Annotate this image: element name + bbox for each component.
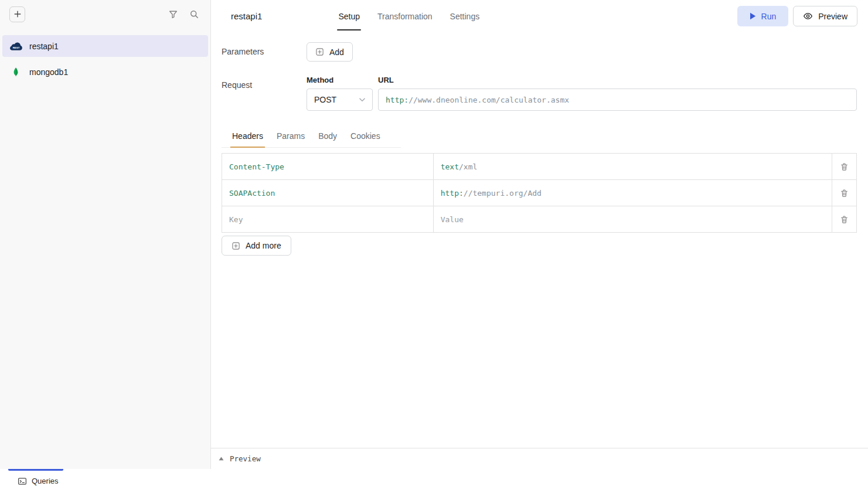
tab-cookies[interactable]: Cookies: [350, 127, 380, 147]
filter-icon: [168, 9, 178, 19]
collapse-up-icon: [219, 457, 224, 461]
query-title: restapi1: [231, 11, 262, 21]
chevron-down-icon: [358, 95, 367, 104]
sidebar-item-restapi1[interactable]: REST restapi1: [2, 35, 208, 57]
header-key-field: [222, 206, 434, 233]
entity-label: mongodb1: [29, 67, 68, 77]
request-label: Request: [222, 76, 307, 90]
request-row: Request Method URL POST: [222, 76, 857, 111]
header-value-value: text/xml: [441, 162, 825, 171]
header-value-field: [434, 206, 832, 233]
search-button[interactable]: [187, 7, 201, 21]
url-label: URL: [378, 76, 394, 84]
header-row-actions: [832, 180, 857, 206]
sidebar: REST restapi1 mongodb1: [0, 0, 211, 469]
bottom-bar: Queries: [0, 469, 868, 493]
header-key-value: Content-Type: [229, 162, 426, 171]
header-actions: Run Preview: [737, 6, 857, 26]
plus-box-icon: [315, 47, 324, 56]
plus-box-icon: [232, 242, 240, 250]
parameters-label: Parameters: [222, 42, 307, 56]
trash-icon: [840, 162, 849, 171]
method-select[interactable]: POST: [307, 89, 373, 111]
query-editor: restapi1 Setup Transformation Settings R…: [211, 0, 868, 469]
parameters-row: Parameters Add: [222, 42, 857, 62]
tab-headers[interactable]: Headers: [232, 127, 263, 147]
preview-button[interactable]: Preview: [793, 6, 857, 26]
entity-label: restapi1: [29, 42, 59, 51]
trash-icon: [840, 215, 849, 224]
add-parameter-button[interactable]: Add: [307, 42, 353, 62]
delete-row-button[interactable]: [838, 212, 852, 226]
header-key-input[interactable]: [229, 206, 426, 232]
header-value-field[interactable]: http://tempuri.org/Add: [434, 180, 832, 206]
method-value: POST: [314, 95, 336, 104]
header-row-1: Content-Type text/xml: [222, 154, 857, 180]
sidebar-item-mongodb1[interactable]: mongodb1: [2, 61, 208, 83]
search-icon: [189, 9, 199, 19]
tab-settings[interactable]: Settings: [450, 0, 480, 32]
queries-tab-label: Queries: [32, 477, 59, 485]
mongodb-icon: [8, 67, 23, 77]
tab-transformation[interactable]: Transformation: [377, 0, 433, 32]
delete-row-button[interactable]: [838, 186, 852, 200]
header-key-field[interactable]: Content-Type: [222, 154, 434, 180]
run-label: Run: [761, 12, 777, 21]
headers-table: Content-Type text/xml SOAPAction: [222, 153, 857, 233]
tab-queries[interactable]: Queries: [18, 477, 59, 486]
add-more-label: Add more: [246, 241, 281, 250]
rest-api-icon: REST: [8, 41, 23, 51]
editor-header: restapi1 Setup Transformation Settings R…: [211, 0, 868, 32]
query-list: REST restapi1 mongodb1: [0, 28, 210, 90]
add-parameter-label: Add: [329, 47, 344, 57]
request-tabs: Headers Params Body Cookies: [222, 127, 401, 148]
editor-tabs: Setup Transformation Settings: [338, 0, 479, 32]
response-preview-bar[interactable]: Preview: [211, 448, 868, 469]
header-row-3: [222, 206, 857, 233]
url-value: http://www.dneonline.com/calculator.asmx: [386, 96, 849, 104]
setup-panel: Parameters Add Request Method URL POST: [211, 32, 868, 448]
response-pane-label: Preview: [230, 454, 261, 463]
method-label: Method: [307, 76, 378, 84]
tab-setup[interactable]: Setup: [338, 0, 360, 32]
plus-icon: [13, 10, 22, 18]
add-query-button[interactable]: [9, 6, 25, 22]
trash-icon: [840, 189, 849, 198]
request-field-labels: Method URL: [307, 76, 857, 84]
sidebar-toolbar: [0, 0, 210, 28]
request-fields: Method URL POST http://www.dneonline.com…: [307, 76, 857, 111]
header-value-value: http://tempuri.org/Add: [441, 189, 825, 198]
play-icon: [750, 12, 756, 20]
eye-icon: [803, 11, 813, 21]
delete-row-button[interactable]: [838, 159, 852, 174]
add-more-button[interactable]: Add more: [222, 236, 291, 256]
active-tab-indicator: [8, 469, 63, 471]
header-row-actions: [832, 206, 857, 233]
tab-params[interactable]: Params: [277, 127, 305, 147]
preview-label: Preview: [818, 12, 847, 21]
request-field-controls: POST http://www.dneonline.com/calculator…: [307, 89, 857, 111]
queries-icon: [18, 477, 27, 486]
header-key-value: SOAPAction: [229, 189, 426, 198]
url-input[interactable]: http://www.dneonline.com/calculator.asmx: [378, 89, 857, 111]
header-value-field[interactable]: text/xml: [434, 154, 832, 180]
app-window: REST restapi1 mongodb1 restapi1 Setup Tr…: [0, 0, 868, 469]
header-row-2: SOAPAction http://tempuri.org/Add: [222, 180, 857, 206]
svg-text:REST: REST: [12, 46, 19, 49]
header-key-field[interactable]: SOAPAction: [222, 180, 434, 206]
run-button[interactable]: Run: [737, 6, 789, 26]
header-row-actions: [832, 154, 857, 180]
filter-button[interactable]: [166, 7, 180, 21]
tab-body[interactable]: Body: [318, 127, 337, 147]
header-value-input[interactable]: [441, 206, 825, 232]
